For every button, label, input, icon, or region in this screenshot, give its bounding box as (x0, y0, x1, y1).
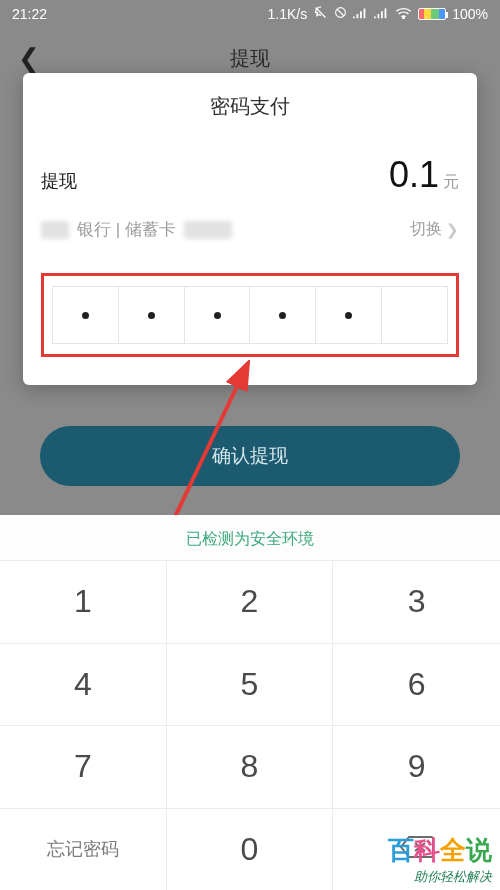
amount-unit: 元 (443, 173, 459, 190)
safe-environment-text: 已检测为安全环境 (0, 515, 500, 560)
svg-point-1 (403, 17, 404, 18)
pin-input[interactable] (52, 286, 448, 344)
key-6[interactable]: 6 (333, 643, 500, 726)
status-right-cluster: 1.1K/s 100% (267, 5, 488, 23)
key-1[interactable]: 1 (0, 560, 167, 643)
confirm-withdraw-button[interactable]: 确认提现 (40, 426, 460, 486)
network-speed: 1.1K/s (267, 6, 307, 22)
key-5[interactable]: 5 (167, 643, 334, 726)
amount-wrap: 0.1元 (389, 154, 459, 196)
card-number-redacted (184, 221, 232, 239)
no-sim-icon (334, 6, 347, 22)
pin-cell-3 (184, 286, 250, 344)
payment-password-modal: 密码支付 提现 0.1元 银行 | 储蓄卡 切换 ❯ (23, 73, 477, 385)
key-forgot-password[interactable]: 忘记密码 (0, 808, 167, 891)
confirm-label: 确认提现 (212, 443, 288, 469)
bank-row[interactable]: 银行 | 储蓄卡 切换 ❯ (41, 218, 459, 241)
chevron-right-icon: ❯ (446, 221, 459, 239)
signal-icon-1 (353, 6, 368, 22)
switch-card-link[interactable]: 切换 ❯ (410, 219, 459, 240)
background-title: 提现 (230, 45, 270, 72)
status-time: 21:22 (12, 6, 47, 22)
mute-icon (313, 5, 328, 23)
battery-icon (418, 8, 446, 20)
battery-percent: 100% (452, 6, 488, 22)
bank-name-redacted (41, 221, 69, 239)
key-2[interactable]: 2 (167, 560, 334, 643)
pin-cell-5 (315, 286, 381, 344)
back-icon[interactable]: ❮ (18, 43, 40, 74)
pin-cell-6 (381, 286, 448, 344)
status-bar: 21:22 1.1K/s 100% (0, 0, 500, 28)
amount-row: 提现 0.1元 (41, 154, 459, 196)
pin-input-highlight (41, 273, 459, 357)
pin-cell-1 (52, 286, 118, 344)
key-9[interactable]: 9 (333, 725, 500, 808)
key-4[interactable]: 4 (0, 643, 167, 726)
key-backspace[interactable] (333, 808, 500, 891)
key-3[interactable]: 3 (333, 560, 500, 643)
bank-info: 银行 | 储蓄卡 (41, 218, 232, 241)
pin-cell-2 (118, 286, 184, 344)
pin-cell-4 (249, 286, 315, 344)
bank-mid-text: 银行 | 储蓄卡 (77, 218, 176, 241)
key-0[interactable]: 0 (167, 808, 334, 891)
key-7[interactable]: 7 (0, 725, 167, 808)
key-8[interactable]: 8 (167, 725, 334, 808)
signal-icon-2 (374, 6, 389, 22)
amount-value: 0.1 (389, 154, 439, 195)
wifi-icon (395, 6, 412, 22)
modal-title: 密码支付 (41, 93, 459, 120)
numeric-keypad: 已检测为安全环境 1 2 3 4 5 6 7 8 9 忘记密码 0 (0, 515, 500, 890)
switch-text: 切换 (410, 219, 442, 240)
amount-label: 提现 (41, 169, 77, 193)
backspace-icon (399, 831, 435, 868)
